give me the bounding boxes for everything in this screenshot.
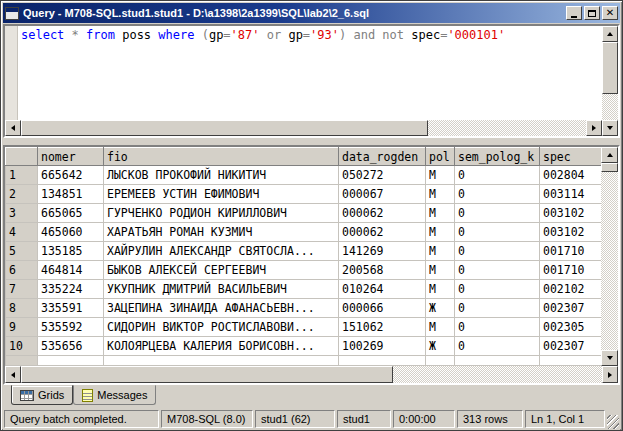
table-cell[interactable]: Ж <box>426 299 455 318</box>
row-number-cell[interactable]: 8 <box>6 299 38 318</box>
table-cell[interactable]: 134851 <box>38 185 104 204</box>
editor-results-splitter[interactable] <box>3 138 620 145</box>
table-cell[interactable]: 335591 <box>38 299 104 318</box>
tab-messages[interactable]: Messages <box>73 385 156 405</box>
table-cell[interactable]: 002102 <box>540 280 602 299</box>
table-cell[interactable]: 151062 <box>339 318 426 337</box>
row-number-cell[interactable]: 5 <box>6 242 38 261</box>
row-number-cell[interactable]: 6 <box>6 261 38 280</box>
resize-grip[interactable] <box>607 415 619 429</box>
table-cell[interactable]: 535656 <box>38 337 104 356</box>
row-number-cell[interactable]: 10 <box>6 337 38 356</box>
title-bar[interactable]: Query - M708-SQL.stud1.stud1 - D:\a1398\… <box>3 3 620 23</box>
table-cell[interactable]: 002307 <box>540 337 602 356</box>
scroll-up-button[interactable] <box>601 147 618 163</box>
table-cell[interactable]: ХАЙРУЛИН АЛЕКСАНДР СВЯТОСЛА... <box>104 242 339 261</box>
table-cell[interactable]: М <box>426 204 455 223</box>
column-header-fio[interactable]: fio <box>104 148 339 166</box>
query-window-icon[interactable] <box>5 7 19 20</box>
column-header-data-rogden[interactable]: data_rogden <box>339 148 426 166</box>
editor-vscroll-track[interactable] <box>602 42 618 120</box>
table-cell[interactable]: 535592 <box>38 318 104 337</box>
table-cell[interactable]: 0 <box>455 337 540 356</box>
scroll-down-button[interactable] <box>601 350 618 366</box>
table-cell[interactable]: ЕРЕМЕЕВ УСТИН ЕФИМОВИЧ <box>104 185 339 204</box>
scroll-left-button[interactable] <box>5 366 21 383</box>
table-cell[interactable]: 000062 <box>339 204 426 223</box>
scroll-down-button[interactable] <box>602 120 618 136</box>
minimize-button[interactable] <box>566 6 582 20</box>
table-cell[interactable]: СИДОРИН ВИКТОР РОСТИСЛАВОВИ... <box>104 318 339 337</box>
table-cell[interactable]: 001710 <box>540 242 602 261</box>
table-cell[interactable]: 0 <box>455 166 540 185</box>
table-cell[interactable]: 464814 <box>38 261 104 280</box>
table-cell[interactable]: 0 <box>455 223 540 242</box>
maximize-button[interactable] <box>584 6 600 20</box>
grid-horizontal-scrollbar[interactable] <box>5 366 618 383</box>
table-cell[interactable]: 002804 <box>540 166 602 185</box>
table-cell[interactable]: ХАРАТЬЯН РОМАН КУЗМИЧ <box>104 223 339 242</box>
table-cell[interactable]: 0 <box>455 280 540 299</box>
row-number-cell[interactable]: 2 <box>6 185 38 204</box>
scroll-up-button[interactable] <box>602 26 618 42</box>
table-cell[interactable]: 0 <box>455 261 540 280</box>
table-cell[interactable]: 141269 <box>339 242 426 261</box>
table-cell[interactable]: М <box>426 166 455 185</box>
row-number-cell[interactable]: 9 <box>6 318 38 337</box>
grid-hscroll-thumb[interactable] <box>21 366 393 383</box>
table-cell[interactable]: 001710 <box>540 261 602 280</box>
table-cell[interactable]: М <box>426 185 455 204</box>
grid-vertical-scrollbar[interactable] <box>601 147 618 366</box>
row-number-cell[interactable]: 3 <box>6 204 38 223</box>
table-cell[interactable]: 0 <box>455 185 540 204</box>
table-cell[interactable]: 003114 <box>540 185 602 204</box>
editor-horizontal-scrollbar[interactable] <box>5 120 602 136</box>
table-cell[interactable]: ЛЫСКОВ ПРОКОФИЙ НИКИТИЧ <box>104 166 339 185</box>
table-cell[interactable]: М <box>426 223 455 242</box>
editor-vertical-scrollbar[interactable] <box>602 26 618 136</box>
table-cell[interactable]: ГУРЧЕНКО РОДИОН КИРИЛЛОВИЧ <box>104 204 339 223</box>
column-header-spec[interactable]: spec <box>540 148 602 166</box>
table-cell[interactable]: 000062 <box>339 223 426 242</box>
table-cell[interactable]: 335224 <box>38 280 104 299</box>
column-header-corner[interactable] <box>6 148 38 166</box>
table-cell[interactable]: 000066 <box>339 299 426 318</box>
table-cell[interactable]: КОЛОЯРЦЕВА КАЛЕРИЯ БОРИСОВН... <box>104 337 339 356</box>
table-cell[interactable]: 000067 <box>339 185 426 204</box>
table-cell[interactable]: 465060 <box>38 223 104 242</box>
table-cell[interactable]: 200568 <box>339 261 426 280</box>
grid-vscroll-thumb[interactable] <box>601 163 618 172</box>
table-cell[interactable]: 003102 <box>540 223 602 242</box>
table-cell[interactable]: М <box>426 280 455 299</box>
table-cell[interactable]: 0 <box>455 204 540 223</box>
table-cell[interactable]: 002305 <box>540 318 602 337</box>
table-cell[interactable]: 002307 <box>540 299 602 318</box>
table-cell[interactable]: 003102 <box>540 204 602 223</box>
table-cell[interactable]: 0 <box>455 318 540 337</box>
table-cell[interactable]: 135185 <box>38 242 104 261</box>
table-cell[interactable]: 100269 <box>339 337 426 356</box>
editor-selection-margin[interactable] <box>5 26 18 120</box>
table-cell[interactable]: 665065 <box>38 204 104 223</box>
table-cell[interactable]: М <box>426 318 455 337</box>
row-number-cell[interactable]: 7 <box>6 280 38 299</box>
column-header-pol[interactable]: pol <box>426 148 455 166</box>
row-number-cell[interactable]: 1 <box>6 166 38 185</box>
grid-vscroll-track[interactable] <box>601 163 618 350</box>
table-cell[interactable]: 0 <box>455 299 540 318</box>
table-cell[interactable]: 0 <box>455 242 540 261</box>
table-cell[interactable]: ЗАЦЕПИНА ЗИНАИДА АФАНАСЬЕВН... <box>104 299 339 318</box>
scroll-right-button[interactable] <box>602 366 618 383</box>
sql-query-input[interactable]: select * from poss where (gp='87' or gp=… <box>18 26 602 120</box>
table-cell[interactable]: Ж <box>426 337 455 356</box>
row-number-cell[interactable]: 4 <box>6 223 38 242</box>
table-cell[interactable]: 010264 <box>339 280 426 299</box>
editor-hscroll-track[interactable] <box>21 120 586 136</box>
tab-grids[interactable]: Grids <box>11 385 73 405</box>
table-cell[interactable]: УКУПНИК ДМИТРИЙ ВАСИЛЬЕВИЧ <box>104 280 339 299</box>
table-cell[interactable]: М <box>426 261 455 280</box>
table-cell[interactable]: 050272 <box>339 166 426 185</box>
table-cell[interactable]: БЫКОВ АЛЕКСЕЙ СЕРГЕЕВИЧ <box>104 261 339 280</box>
close-button[interactable]: ✕ <box>602 6 618 20</box>
table-cell[interactable]: М <box>426 242 455 261</box>
